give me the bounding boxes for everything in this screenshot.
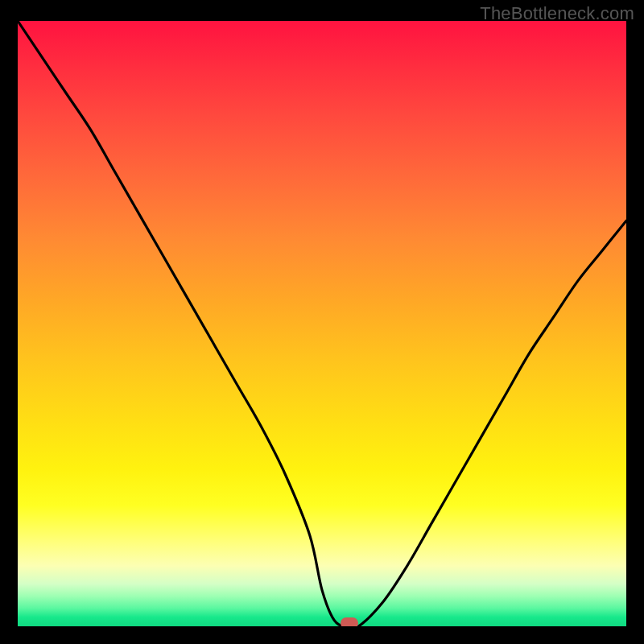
optimum-marker-icon (341, 617, 358, 626)
chart-frame: TheBottleneck.com (0, 0, 644, 644)
watermark-text: TheBottleneck.com (480, 3, 634, 24)
bottleneck-curve (18, 21, 626, 626)
plot-area (18, 21, 626, 626)
